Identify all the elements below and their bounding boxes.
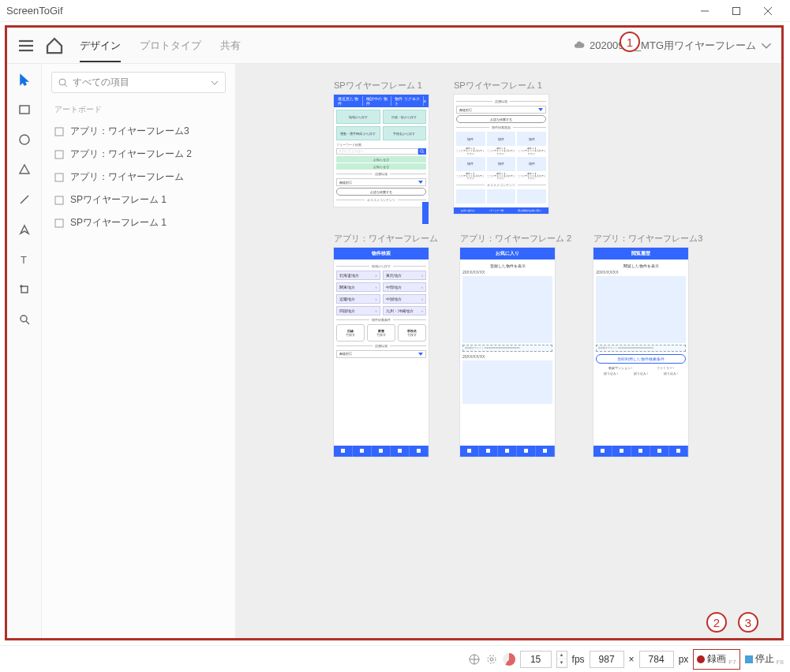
artboard-app3[interactable]: アプリ：ワイヤーフレーム3 閲覧履歴 閲覧した物件を表示 20XX/XX/XX …: [593, 233, 702, 457]
top-bar: デザイン プロトタイプ 共有 20200917_MTG用ワイヤーフレーム: [7, 28, 781, 64]
svg-rect-11: [21, 286, 28, 293]
zoom-tool-icon[interactable]: [17, 312, 32, 327]
main-area: T すべての項目 アートボード アプリ：ワイヤーフレーム3 アプリ：ワイヤーフレ…: [7, 64, 781, 638]
artboard-app2[interactable]: アプリ：ワイヤーフレーム 2 お気に入り 登録した物件を表示 20XX/XX/X…: [460, 233, 571, 457]
design-canvas[interactable]: SPワイヤーフレーム 1 最近見た 物件検討中の 物件物件 リクエスト≡ 地域か…: [236, 64, 781, 638]
artboard-item[interactable]: SPワイヤーフレーム 1: [51, 211, 226, 234]
buffer-indicator-icon: [503, 653, 515, 666]
crosshair-icon[interactable]: [468, 653, 481, 666]
line-tool-icon[interactable]: [17, 192, 32, 207]
tab-share[interactable]: 共有: [220, 29, 241, 62]
artboard-app1[interactable]: アプリ：ワイヤーフレーム 物件検索 地域から探す 北海道地方›東北地方› 関東地…: [334, 233, 438, 457]
artboard-item[interactable]: アプリ：ワイヤーフレーム 2: [51, 143, 226, 166]
text-tool-icon[interactable]: T: [17, 252, 32, 267]
window-title: ScreenToGif: [6, 5, 63, 17]
select-tool-icon[interactable]: [17, 72, 32, 88]
menu-icon[interactable]: [17, 36, 36, 55]
artboard-item[interactable]: SPワイヤーフレーム 1: [51, 189, 226, 211]
svg-text:T: T: [21, 254, 27, 266]
recording-frame: デザイン プロトタイプ 共有 20200917_MTG用ワイヤーフレーム T: [5, 25, 784, 640]
nav-tabs: デザイン プロトタイプ 共有: [80, 29, 241, 62]
maximize-button[interactable]: [721, 0, 752, 22]
svg-line-17: [65, 84, 67, 87]
artboard-sp1a[interactable]: SPワイヤーフレーム 1 最近見た 物件検討中の 物件物件 リクエスト≡ 地域か…: [334, 80, 429, 214]
tool-rail: T: [7, 64, 42, 638]
svg-point-8: [20, 135, 29, 144]
filename: 20200917_MTG用ワイヤーフレーム: [590, 39, 756, 53]
status-bar: 15 ▲▼ fps 987 × 784 px 録画F7 停止F8: [0, 645, 790, 672]
svg-line-15: [26, 321, 29, 324]
svg-point-16: [59, 79, 66, 85]
fps-spinner[interactable]: ▲▼: [556, 651, 567, 668]
fps-label: fps: [572, 654, 585, 665]
artboard-list: アプリ：ワイヤーフレーム3 アプリ：ワイヤーフレーム 2 アプリ：ワイヤーフレー…: [51, 120, 226, 234]
record-button[interactable]: 録画F7: [697, 652, 736, 666]
tab-design[interactable]: デザイン: [80, 29, 121, 62]
svg-point-28: [490, 658, 493, 661]
home-icon[interactable]: [45, 36, 64, 55]
chevron-down-icon: [211, 79, 219, 87]
annotation-2: 2: [706, 612, 727, 633]
svg-rect-18: [55, 128, 63, 136]
svg-point-29: [488, 655, 496, 663]
artboard-section-label: アートボード: [54, 104, 226, 115]
svg-rect-20: [55, 174, 63, 181]
search-placeholder: すべての項目: [73, 76, 206, 89]
svg-rect-7: [20, 106, 29, 114]
annotation-1: 1: [620, 32, 640, 52]
artboard-sp1b[interactable]: SPワイヤーフレーム 1 店舗情報 都道府県 お店を検索する 物件検索画面 物件…: [454, 80, 549, 214]
artboard-tool-icon[interactable]: [17, 282, 32, 297]
height-input[interactable]: 784: [639, 651, 674, 668]
svg-line-9: [21, 196, 28, 203]
sticky-tab: [422, 202, 429, 224]
titlebar: ScreenToGif: [0, 0, 790, 22]
stop-button[interactable]: 停止F8: [745, 652, 784, 666]
px-label: px: [679, 654, 689, 665]
pen-tool-icon[interactable]: [17, 222, 32, 237]
search-icon: [58, 78, 68, 88]
fps-input[interactable]: 15: [520, 651, 552, 668]
layers-panel: すべての項目 アートボード アプリ：ワイヤーフレーム3 アプリ：ワイヤーフレーム…: [42, 64, 236, 638]
file-chip[interactable]: 20200917_MTG用ワイヤーフレーム: [574, 39, 772, 53]
annotation-3: 3: [738, 612, 758, 633]
stop-square-icon: [745, 655, 753, 663]
svg-rect-22: [55, 219, 63, 227]
ellipse-tool-icon[interactable]: [17, 132, 32, 147]
polygon-tool-icon[interactable]: [17, 162, 32, 177]
svg-point-14: [21, 315, 27, 322]
canvas-row: アプリ：ワイヤーフレーム 物件検索 地域から探す 北海道地方›東北地方› 関東地…: [255, 233, 762, 457]
close-button[interactable]: [752, 0, 784, 22]
record-dot-icon: [697, 655, 705, 663]
svg-line-24: [423, 152, 425, 154]
gear-icon[interactable]: [485, 653, 498, 666]
minimize-button[interactable]: [689, 0, 721, 22]
rectangle-tool-icon[interactable]: [17, 102, 32, 118]
record-group: 録画F7: [693, 649, 739, 670]
canvas-row: SPワイヤーフレーム 1 最近見た 物件検討中の 物件物件 リクエスト≡ 地域か…: [255, 80, 762, 214]
times-label: ×: [629, 654, 635, 665]
search-input[interactable]: すべての項目: [51, 72, 226, 93]
width-input[interactable]: 987: [590, 651, 624, 668]
cloud-icon: [574, 40, 585, 51]
svg-rect-1: [733, 7, 740, 14]
svg-rect-19: [55, 151, 63, 159]
artboard-item[interactable]: アプリ：ワイヤーフレーム3: [51, 120, 226, 143]
tab-prototype[interactable]: プロトタイプ: [140, 29, 201, 62]
artboard-item[interactable]: アプリ：ワイヤーフレーム: [51, 166, 226, 189]
chevron-down-icon: [761, 40, 772, 51]
svg-rect-21: [55, 196, 63, 204]
